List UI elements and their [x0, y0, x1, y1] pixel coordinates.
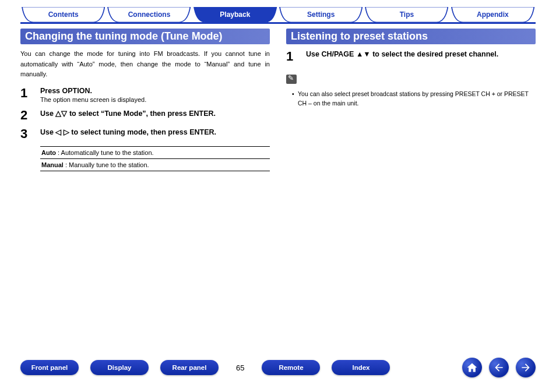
triangle-right-icon	[64, 128, 69, 136]
tab-contents[interactable]: Contents	[20, 7, 106, 22]
front-panel-button[interactable]: Front panel	[20, 360, 79, 375]
step-3-title: Use to select tuning mode, then press EN…	[40, 128, 270, 136]
step-number: 1	[20, 87, 33, 103]
left-column: Changing the tuning mode (Tune Mode) You…	[20, 29, 270, 171]
note-block: You can also select preset broadcast sta…	[286, 69, 536, 108]
step-1-title: Press OPTION.	[40, 87, 270, 95]
step-number: 2	[20, 109, 33, 122]
pencil-icon	[286, 75, 297, 84]
note-text: You can also select preset broadcast sta…	[292, 90, 536, 108]
rear-panel-button[interactable]: Rear panel	[160, 360, 219, 375]
step-3: 3 Use to select tuning mode, then press …	[20, 128, 270, 140]
triangle-up-icon	[55, 110, 61, 118]
step-1-desc: The option menu screen is displayed.	[40, 96, 270, 103]
triangle-up-solid-icon	[356, 50, 363, 58]
next-page-button[interactable]	[516, 358, 536, 377]
step-number: 1	[286, 50, 299, 63]
triangle-down-icon	[61, 110, 67, 118]
home-icon	[466, 362, 478, 373]
right-column: Listening to preset stations 1 Use CH/PA…	[286, 29, 536, 171]
section-title-tune-mode: Changing the tuning mode (Tune Mode)	[20, 29, 270, 44]
arrow-left-icon	[493, 362, 505, 373]
tune-mode-options: Auto : Automatically tune to the station…	[40, 146, 270, 171]
index-button[interactable]: Index	[332, 360, 390, 375]
option-manual: Manual : Manually tune to the station.	[40, 159, 270, 171]
home-button[interactable]	[462, 358, 482, 377]
top-tabs: Contents Connections Playback Settings T…	[20, 7, 536, 24]
intro-text: You can change the mode for tuning into …	[20, 49, 270, 80]
tab-settings[interactable]: Settings	[278, 7, 364, 22]
remote-button[interactable]: Remote	[262, 360, 320, 375]
step-1: 1 Press OPTION. The option menu screen i…	[20, 87, 270, 103]
bottom-nav: Front panel Display Rear panel 65 Remote…	[20, 358, 536, 377]
tab-tips[interactable]: Tips	[364, 7, 449, 22]
display-button[interactable]: Display	[90, 360, 149, 375]
tab-connections[interactable]: Connections	[106, 7, 192, 22]
page-number: 65	[230, 363, 250, 372]
triangle-down-solid-icon	[363, 50, 370, 58]
step-2: 2 Use to select “Tune Mode”, then press …	[20, 109, 270, 122]
preset-step-1-title: Use CH/PAGE to select the desired preset…	[306, 50, 536, 58]
step-number: 3	[20, 128, 33, 140]
prev-page-button[interactable]	[489, 358, 509, 377]
option-auto: Auto : Automatically tune to the station…	[40, 147, 270, 159]
tab-appendix[interactable]: Appendix	[450, 7, 536, 22]
section-title-preset: Listening to preset stations	[286, 29, 536, 44]
preset-step-1: 1 Use CH/PAGE to select the desired pres…	[286, 50, 536, 63]
triangle-left-icon	[55, 128, 61, 136]
arrow-right-icon	[520, 362, 532, 373]
tab-playback[interactable]: Playback	[192, 7, 278, 22]
step-2-title: Use to select “Tune Mode”, then press EN…	[40, 109, 270, 118]
